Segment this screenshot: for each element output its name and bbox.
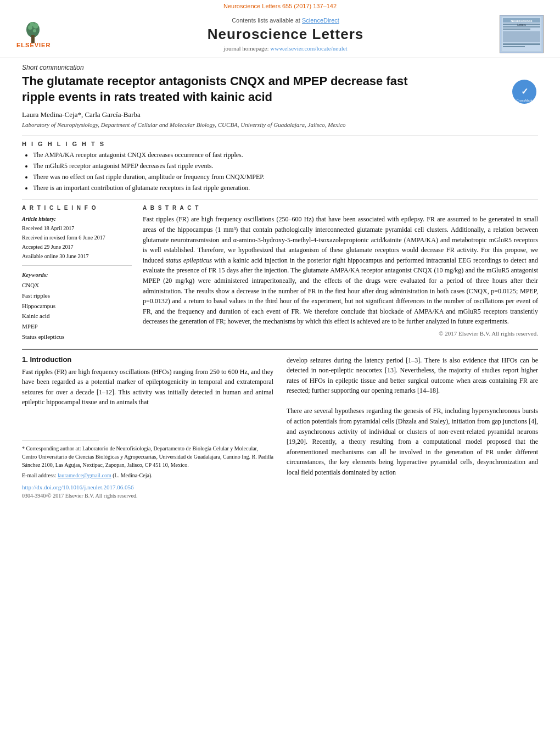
article-history: Article history: Received 18 April 2017 …	[22, 214, 132, 261]
available-date: Available online 30 June 2017	[22, 252, 132, 261]
article-info-label: A R T I C L E I N F O	[22, 205, 132, 211]
highlight-item: The mGluR5 receptor antagonist MPEP decr…	[33, 161, 538, 171]
keywords-label: Keywords:	[22, 271, 132, 278]
abstract-col: A B S T R A C T Fast ripples (FR) are hi…	[143, 205, 538, 342]
svg-rect-13	[503, 29, 530, 30]
footer: http://dx.doi.org/10.1016/j.neulet.2017.…	[0, 479, 560, 501]
page: Neuroscience Letters 655 (2017) 137–142 …	[0, 0, 560, 742]
highlights-section: H I G H L I G H T S The AMPA/KA receptor…	[22, 141, 538, 192]
received-date: Received 18 April 2017	[22, 224, 132, 233]
svg-text:Letters: Letters	[517, 23, 526, 26]
article-history-block: Article history: Received 18 April 2017 …	[22, 214, 132, 266]
highlight-item: There was no effect on fast ripple durat…	[33, 172, 538, 182]
svg-rect-15	[503, 43, 540, 45]
crossmark-badge: ✓ CrossMark	[511, 78, 538, 108]
abstract-text: Fast ripples (FR) are high frequency osc…	[143, 214, 538, 327]
elsevier-logo: ELSEVIER	[16, 18, 71, 51]
footnote-divider	[22, 440, 99, 441]
contents-available-label: Contents lists available at	[232, 17, 300, 24]
authors: Laura Medina-Ceja*, Carla García-Barba	[22, 110, 538, 119]
body-two-col: 1. Introduction Fast ripples (FR) are hi…	[22, 355, 538, 479]
highlights-list: The AMPA/KA receptor antagonist CNQX dec…	[22, 150, 538, 192]
body-left-col: 1. Introduction Fast ripples (FR) are hi…	[22, 355, 273, 479]
body-text-left: Fast ripples (FR) are high frequency osc…	[22, 367, 273, 408]
journal-title: Neuroscience Letters	[71, 26, 500, 43]
divider-after-affiliation	[22, 136, 538, 136]
sciencedirect-link[interactable]: ScienceDirect	[302, 17, 339, 24]
body-section: 1. Introduction Fast ripples (FR) are hi…	[0, 349, 560, 479]
body-text-right: develop seizures during the latency peri…	[287, 355, 538, 478]
journal-header: ELSEVIER Contents lists available at Sci…	[0, 10, 560, 58]
journal-cover-svg: Neuroscience Letters	[501, 16, 542, 52]
article-section: Short communication The glutamate recept…	[0, 58, 560, 342]
abstract-label: A B S T R A C T	[143, 205, 538, 211]
revised-date: Received in revised form 6 June 2017	[22, 233, 132, 242]
highlight-item: The AMPA/KA receptor antagonist CNQX dec…	[33, 150, 538, 160]
keywords-block: Keywords: CNQX Fast ripples Hippocampus …	[22, 271, 132, 342]
highlights-label: H I G H L I G H T S	[22, 141, 538, 147]
svg-text:Neuroscience: Neuroscience	[511, 19, 533, 23]
svg-text:✓: ✓	[521, 87, 528, 96]
svg-point-5	[30, 22, 34, 26]
title-row: The glutamate receptor antagonists CNQX …	[22, 74, 538, 110]
svg-rect-16	[503, 46, 525, 47]
svg-rect-14	[503, 31, 540, 42]
journal-thumbnail: Neuroscience Letters	[500, 15, 544, 53]
copyright-line: © 2017 Elsevier B.V. All rights reserved…	[143, 330, 538, 337]
body-divider	[22, 349, 538, 350]
body-right-col: develop seizures during the latency peri…	[287, 355, 538, 479]
doi-link[interactable]: http://dx.doi.org/10.1016/j.neulet.2017.…	[22, 484, 134, 490]
footer-copyright: 0304-3940/© 2017 Elsevier B.V. All right…	[22, 492, 538, 500]
affiliation: Laboratory of Neurophysiology, Departmen…	[22, 121, 538, 128]
footnote-email: E-mail address: lauramedce@gmail.com (L.…	[22, 471, 273, 479]
elsevier-logo-svg: ELSEVIER	[16, 18, 71, 51]
footnote-text: * Corresponding author at: Laboratorio d…	[22, 444, 273, 469]
journal-url[interactable]: www.elsevier.com/locate/neulet	[270, 45, 347, 52]
article-title: The glutamate receptor antagonists CNQX …	[22, 74, 434, 105]
highlight-item: There is an important contribution of gl…	[33, 183, 538, 193]
article-info-col: A R T I C L E I N F O Article history: R…	[22, 205, 132, 342]
crossmark-icon: ✓ CrossMark	[511, 78, 538, 105]
info-abstract-row: A R T I C L E I N F O Article history: R…	[22, 205, 538, 342]
svg-text:ELSEVIER: ELSEVIER	[16, 42, 51, 48]
keywords-list: CNQX Fast ripples Hippocampus Kainic aci…	[22, 280, 132, 342]
accepted-date: Accepted 29 June 2017	[22, 242, 132, 252]
section1-heading: 1. Introduction	[22, 355, 273, 364]
svg-text:CrossMark: CrossMark	[516, 99, 533, 102]
journal-ref: Neuroscience Letters 655 (2017) 137–142	[223, 3, 337, 9]
svg-point-6	[33, 29, 36, 32]
article-type-label: Short communication	[22, 64, 538, 71]
journal-homepage: journal homepage: www.elsevier.com/locat…	[71, 45, 500, 52]
svg-rect-12	[503, 26, 540, 27]
journal-title-block: Contents lists available at ScienceDirec…	[71, 17, 500, 52]
email-link[interactable]: lauramedce@gmail.com	[58, 472, 111, 478]
divider-after-highlights	[22, 199, 538, 199]
abstract-word-would: would	[402, 246, 418, 254]
footnote-area: * Corresponding author at: Laboratorio d…	[22, 440, 273, 479]
